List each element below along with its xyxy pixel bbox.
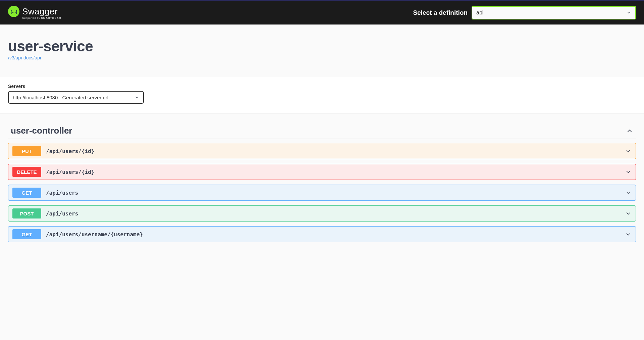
tag-header[interactable]: user-controller [8,122,636,139]
server-select[interactable]: http://localhost:8080 - Generated server… [8,91,144,104]
servers-label: Servers [8,84,636,89]
chevron-down-icon [627,10,631,15]
chevron-down-icon [625,148,632,154]
logo-subtitle: Supported by SMARTBEAR [22,16,61,19]
operation-row[interactable]: DELETE/api/users/{id} [8,164,636,180]
chevron-down-icon [625,210,632,217]
definition-selector-wrap: Select a definition api [413,6,636,19]
operation-row[interactable]: GET/api/users [8,185,636,201]
operation-method-badge: GET [12,229,41,239]
server-select-value: http://localhost:8080 - Generated server… [13,95,108,100]
chevron-down-icon [625,231,632,238]
servers-section: Servers http://localhost:8080 - Generate… [0,77,644,113]
logo: {…} Swagger Supported by SMARTBEAR [8,6,61,19]
operation-row[interactable]: PUT/api/users/{id} [8,143,636,159]
info-section: user-service /v3/api-docs/api [0,25,644,77]
operation-path: /api/users [46,190,78,196]
operation-path: /api/users/username/{username} [46,231,143,238]
chevron-down-icon [135,95,139,100]
logo-text: Swagger [22,6,58,17]
chevron-up-icon [626,127,633,135]
operation-method-badge: GET [12,188,41,198]
operation-row[interactable]: POST/api/users [8,205,636,222]
logo-sub-strong: SMARTBEAR [41,16,61,19]
topbar: {…} Swagger Supported by SMARTBEAR Selec… [0,0,644,25]
operation-left: POST/api/users [12,208,78,218]
operation-left: GET/api/users [12,188,78,198]
operation-path: /api/users [46,210,78,217]
operation-method-badge: DELETE [12,167,41,177]
chevron-down-icon [625,189,632,196]
operation-path: /api/users/{id} [46,148,95,154]
operation-row[interactable]: GET/api/users/username/{username} [8,226,636,242]
api-title: user-service [8,38,636,55]
logo-sub-prefix: Supported by [22,16,41,19]
operation-left: DELETE/api/users/{id} [12,167,95,177]
operation-path: /api/users/{id} [46,169,95,175]
chevron-down-icon [625,168,632,175]
operation-left: GET/api/users/username/{username} [12,229,143,239]
definition-select[interactable]: api [472,6,636,19]
definition-select-value: api [476,10,483,16]
operations-section: user-controller PUT/api/users/{id}DELETE… [0,113,644,255]
operation-method-badge: POST [12,208,41,218]
swagger-logo-icon: {…} [8,6,19,17]
operation-method-badge: PUT [12,146,41,156]
definition-label: Select a definition [413,9,468,16]
api-docs-link[interactable]: /v3/api-docs/api [8,55,41,60]
tag-name: user-controller [11,126,72,136]
operation-left: PUT/api/users/{id} [12,146,95,156]
operations-list: PUT/api/users/{id}DELETE/api/users/{id}G… [8,143,636,242]
